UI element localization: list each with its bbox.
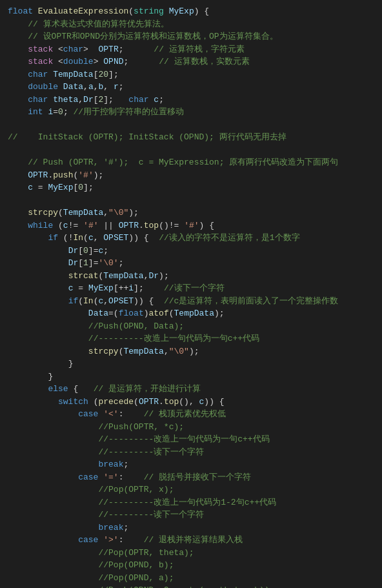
code-line-9: int i=0; //用于控制字符串的位置移动 — [8, 106, 374, 119]
code-line-37: break; — [8, 458, 374, 471]
code-line-33: case '<': // 栈顶元素优先权低 — [8, 408, 374, 421]
code-line-34: //Push(OPTR, *c); — [8, 421, 374, 434]
code-line-41: //---------读下一个字符 — [8, 509, 374, 522]
code-line-4: stack <char> OPTR; // 运算符栈，字符元素 — [8, 43, 374, 56]
code-line-19: if (!In(c, OPSET)) { //读入的字符不是运算符，是1个数字 — [8, 232, 374, 245]
code-line-3: // 设OPTR和OPND分别为运算符栈和运算数栈，OP为运算符集合。 — [8, 30, 374, 43]
code-line-24: if(In(c,OPSET)) { //c是运算符，表明前面读入了一个完整操作数 — [8, 295, 374, 308]
code-line-5: stack <double> OPND; // 运算数栈，实数元素 — [8, 56, 374, 68]
code-line-10 — [8, 119, 374, 132]
code-line-16 — [8, 194, 374, 207]
code-line-46: //Pop(OPND, a); — [8, 572, 374, 585]
code-line-47: //Push(OPND, Operate(a, theta, b)); — [8, 584, 374, 588]
code-line-23: c = MyExp[++i]; //读下一个字符 — [8, 282, 374, 295]
code-line-43: case '>': // 退栈并将运算结果入栈 — [8, 534, 374, 547]
code-line-14: OPTR.push('#'); — [8, 169, 374, 182]
code-line-39: //Pop(OPTR, x); — [8, 483, 374, 496]
code-line-8: char theta,Dr[2]; char c; — [8, 94, 374, 106]
code-line-30: } — [8, 370, 374, 383]
code-line-6: char TempData[20]; — [8, 68, 374, 81]
code-line-25: Data=(float)atof(TempData); — [8, 307, 374, 320]
code-line-20: Dr[0]=c; — [8, 245, 374, 258]
code-line-38: case '=': // 脱括号并接收下一个字符 — [8, 471, 374, 484]
code-line-31: else { // 是运算符，开始进行计算 — [8, 383, 374, 396]
code-line-18: while (c!= '#' || OPTR.top()!= '#') { — [8, 219, 374, 232]
code-line-32: switch (precede(OPTR.top(), c)) { — [8, 396, 374, 409]
code-line-21: Dr[1]='\0'; — [8, 257, 374, 270]
code-line-29: } — [8, 358, 374, 370]
code-line-17: strcpy(TempData,"\0"); — [8, 207, 374, 219]
code-line-2: // 算术表达式求值的算符优先算法。 — [8, 18, 374, 31]
code-container: float EvaluateExpression(string MyExp) {… — [0, 0, 382, 588]
code-line-7: double Data,a,b, r; — [8, 81, 374, 94]
code-line-35: //---------改造上一句代码为一句c++代码 — [8, 433, 374, 446]
code-line-44: //Pop(OPTR, theta); — [8, 547, 374, 560]
code-line-36: //---------读下一个字符 — [8, 446, 374, 459]
code-line-26: //Push(OPND, Data); — [8, 320, 374, 333]
code-line-1: float EvaluateExpression(string MyExp) { — [8, 5, 374, 18]
code-line-22: strcat(TempData,Dr); — [8, 270, 374, 283]
code-line-28: strcpy(TempData,"\0"); — [8, 345, 374, 358]
code-line-45: //Pop(OPND, b); — [8, 559, 374, 572]
code-line-27: //---------改造上一句代码为一句c++代码 — [8, 332, 374, 345]
code-line-13: // Push (OPTR, '#'); c = MyExpression; 原… — [8, 156, 374, 169]
code-line-11: // InitStack (OPTR); InitStack (OPND); 两… — [8, 131, 374, 144]
code-line-15: c = MyExp[0]; — [8, 181, 374, 194]
code-line-12 — [8, 144, 374, 157]
code-line-40: //---------改造上一句代码为1-2句c++代码 — [8, 496, 374, 509]
code-line-42: break; — [8, 522, 374, 534]
